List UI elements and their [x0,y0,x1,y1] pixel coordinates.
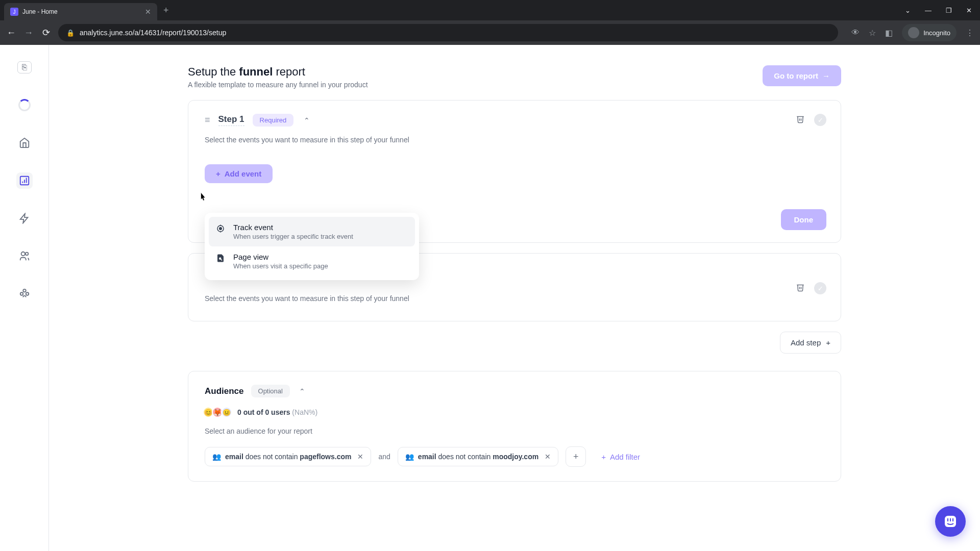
arrow-right-icon: → [822,71,830,80]
go-to-report-label: Go to report [774,71,818,80]
chevron-up-icon[interactable]: ⌃ [299,387,305,395]
extensions-icon[interactable]: ◧ [885,28,893,38]
incognito-badge[interactable]: Incognito [902,24,957,41]
collapse-nav-button[interactable]: ⎘ [16,59,33,76]
remove-filter-icon[interactable]: ✕ [545,453,551,461]
track-event-title: Track event [233,223,353,232]
back-button[interactable]: ← [6,28,16,38]
url-bar[interactable]: 🔒 analytics.june.so/a/14631/report/19001… [58,24,838,41]
step-1-title[interactable]: Step 1 [218,114,244,126]
track-event-sub: When users trigger a specific track even… [233,233,353,240]
audience-card: Audience Optional ⌃ 😊 🦊 😐 0 out of 0 use… [188,371,841,482]
eye-off-icon[interactable]: 👁 [851,28,860,37]
svg-rect-12 [952,518,953,521]
add-event-dropdown: Track event When users trigger a specifi… [205,213,419,280]
reload-button[interactable]: ⟳ [41,27,51,38]
loading-spinner [16,97,33,113]
incognito-label: Incognito [923,29,950,37]
step-2-description: Select the events you want to measure in… [205,294,824,303]
filter-text: email does not contain moodjoy.com [418,453,538,461]
tab-title: June - Home [22,8,141,15]
dropdown-chevron-icon[interactable]: ⌄ [905,7,911,14]
required-badge: Required [253,114,294,127]
people-icon: 👥 [405,453,414,461]
favicon-icon: J [10,8,18,16]
svg-point-1 [21,252,24,256]
bookmark-icon[interactable]: ☆ [869,28,876,38]
window-controls: ⌄ — ❐ ✕ [905,7,976,14]
step-1-header: ≡ Step 1 Required ⌃ [205,114,824,127]
intercom-button[interactable] [935,506,966,537]
menu-icon[interactable]: ⋮ [966,28,974,38]
title-suffix: report [273,65,305,78]
go-to-report-button[interactable]: Go to report → [763,65,841,86]
add-filter-label: Add filter [610,453,640,461]
svg-point-7 [219,228,222,230]
page-view-title: Page view [233,253,328,261]
svg-rect-10 [947,518,948,521]
delete-step-2-icon[interactable] [796,283,805,294]
optional-badge: Optional [251,385,290,397]
step-2-actions: ✓ [796,282,826,294]
svg-point-4 [20,292,23,295]
audience-description: Select an audience for your report [205,427,824,435]
delete-step-icon[interactable] [796,114,805,126]
step-2-status-icon: ✓ [814,282,826,294]
toolbar-right: 👁 ☆ ◧ Incognito ⋮ [851,24,974,41]
browser-tab-bar: J June - Home ✕ + ⌄ — ❐ ✕ [0,0,980,20]
add-step-label: Add step [791,338,821,347]
user-count-text: 0 out of 0 users (NaN%) [237,408,317,416]
add-filter-button[interactable]: + Add filter [601,453,640,461]
incognito-avatar-icon [908,27,919,38]
click-icon [216,224,226,240]
browser-tab[interactable]: J June - Home ✕ [4,3,157,20]
step-1-description: Select the events you want to measure in… [205,136,824,144]
dropdown-track-event[interactable]: Track event When users trigger a specifi… [209,217,415,246]
forward-button[interactable]: → [23,28,34,38]
svg-rect-11 [950,518,951,521]
nav-events[interactable] [16,210,33,227]
app-container: ⎘ Setup the funnel report [0,45,980,551]
expand-icon: ⎘ [17,61,32,73]
minimize-icon[interactable]: — [925,7,932,14]
left-nav: ⎘ [0,45,49,551]
add-filter-plus[interactable]: + [566,446,586,467]
maximize-icon[interactable]: ❐ [946,7,952,14]
page-header: Setup the funnel report A flexible templ… [188,65,841,89]
lock-icon: 🔒 [66,29,75,37]
dropdown-page-view[interactable]: Page view When users visit a specific pa… [209,246,415,276]
nav-home[interactable] [16,135,33,151]
remove-filter-icon[interactable]: ✕ [357,453,363,461]
add-event-button[interactable]: + Add event [205,164,273,183]
svg-point-3 [23,289,26,292]
audience-title: Audience [205,386,244,396]
nav-teams[interactable] [16,286,33,302]
add-step-button[interactable]: Add step + [780,332,841,354]
close-window-icon[interactable]: ✕ [966,7,972,14]
page-title: Setup the funnel report [188,65,368,79]
page-icon [216,254,226,270]
avatar-cluster: 😊 🦊 😐 [205,407,232,418]
url-text: analytics.june.so/a/14631/report/190013/… [80,29,226,37]
avatar-emoji-3: 😐 [221,407,232,418]
filter-text: email does not contain pageflows.com [225,453,351,461]
people-icon: 👥 [212,453,221,461]
chevron-up-icon[interactable]: ⌃ [304,116,310,124]
title-prefix: Setup the [188,65,239,78]
plus-icon: + [826,338,830,347]
done-button[interactable]: Done [781,209,827,230]
filter-chip-1[interactable]: 👥 email does not contain pageflows.com ✕ [205,447,371,466]
new-tab-button[interactable]: + [163,5,169,16]
close-tab-icon[interactable]: ✕ [145,8,151,16]
plus-icon: + [601,453,606,461]
nav-reports[interactable] [16,172,33,189]
svg-point-2 [25,253,28,256]
main-content: Setup the funnel report A flexible templ… [49,45,980,551]
svg-point-5 [26,292,29,295]
drag-handle-icon[interactable]: ≡ [205,115,210,126]
step-status-icon: ✓ [814,114,826,126]
filter-chip-2[interactable]: 👥 email does not contain moodjoy.com ✕ [398,447,558,466]
nav-users[interactable] [16,248,33,264]
add-event-label: Add event [225,169,262,178]
filters-row: 👥 email does not contain pageflows.com ✕… [205,446,824,467]
